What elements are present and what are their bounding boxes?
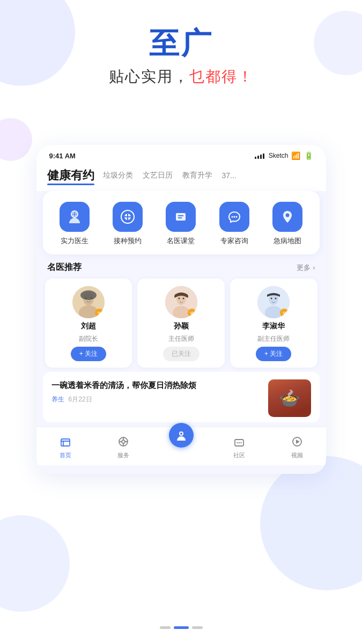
article-meta: 养生 6月22日 — [51, 395, 262, 404]
video-icon — [290, 434, 305, 449]
doctor-icon — [60, 202, 90, 232]
map-label: 急病地图 — [274, 236, 301, 246]
hero-section: 至广 贴心实用，乜都得！ — [0, 0, 362, 87]
consult-label: 专家咨询 — [220, 236, 248, 246]
tab-center[interactable] — [160, 433, 203, 461]
nav-bar: 健康有约 垃圾分类 文艺日历 教育升学 37... — [36, 163, 326, 191]
doctor-label: 实力医生 — [61, 236, 88, 246]
subtitle-highlight: 乜都得！ — [189, 68, 254, 85]
doctor-card-0: V 刘超 副院长 + 关注 — [45, 279, 132, 368]
bg-circle-bottom-right — [260, 456, 362, 590]
icon-grid-card: 实力医生 接种预约 名医课堂 — [43, 191, 320, 254]
more-button[interactable]: 更多 › — [297, 263, 315, 273]
svg-rect-21 — [80, 290, 97, 300]
svg-point-25 — [178, 298, 180, 299]
icon-item-doctor[interactable]: 实力医生 — [53, 202, 96, 246]
doctor-card-2: V 李淑华 副主任医师 + 关注 — [230, 279, 317, 368]
svg-point-15 — [285, 214, 289, 217]
tab-bar: 首页 服务 — [36, 427, 326, 465]
nav-tag-1[interactable]: 垃圾分类 — [103, 171, 133, 180]
icon-item-consult[interactable]: 专家咨询 — [213, 202, 256, 246]
svg-point-26 — [182, 298, 184, 299]
follow-button-2[interactable]: + 关注 — [256, 347, 291, 361]
status-time: 9:41 AM — [49, 152, 76, 160]
vip-badge-0: V — [95, 309, 104, 317]
article-text: 一碗透着米香的清汤，帮你夏日消热除烦 养生 6月22日 — [51, 379, 262, 404]
carrier-label: Sketch — [269, 152, 289, 159]
vaccine-icon — [113, 202, 143, 232]
doctor-cards-row: V 刘超 副院长 + 关注 — [36, 279, 326, 368]
bg-circle-bottom-left — [0, 515, 70, 612]
tab-video[interactable]: 视频 — [276, 434, 319, 459]
svg-rect-4 — [73, 214, 77, 215]
chevron-right-icon: › — [313, 264, 315, 272]
svg-point-45 — [238, 442, 239, 443]
svg-point-44 — [237, 442, 238, 443]
home-icon — [58, 434, 73, 449]
icon-item-vaccine[interactable]: 接种预约 — [106, 202, 149, 246]
svg-point-14 — [235, 216, 237, 218]
consult-icon — [219, 202, 249, 232]
doctor-name-1: 孙颖 — [174, 321, 189, 331]
svg-point-12 — [231, 216, 233, 218]
course-label: 名医课堂 — [167, 236, 195, 246]
status-icons: Sketch 📶 🔋 — [255, 151, 313, 160]
tab-service[interactable]: 服务 — [102, 434, 145, 459]
article-image — [268, 379, 311, 417]
page-dot-0[interactable] — [160, 626, 171, 629]
svg-point-30 — [271, 298, 272, 299]
recommend-title: 名医推荐 — [47, 262, 82, 273]
recommend-header: 名医推荐 更多 › — [36, 254, 326, 279]
status-bar: 9:41 AM Sketch 📶 🔋 — [36, 145, 326, 163]
doctor-avatar-2: V — [257, 286, 290, 318]
svg-point-13 — [233, 216, 235, 218]
svg-point-42 — [180, 433, 182, 435]
tab-community-label: 社区 — [233, 451, 245, 459]
page-dot-2[interactable] — [192, 626, 203, 629]
doctor-card-1: V 孙颖 主任医师 已关注 — [137, 279, 225, 368]
page-dot-1[interactable] — [174, 626, 189, 629]
tab-home[interactable]: 首页 — [44, 434, 87, 459]
battery-icon: 🔋 — [304, 151, 313, 160]
article-row[interactable]: 一碗透着米香的清汤，帮你夏日消热除烦 养生 6月22日 — [43, 372, 320, 422]
page-dots — [160, 626, 203, 629]
doctor-name-2: 李淑华 — [262, 321, 285, 331]
course-icon — [166, 202, 196, 232]
doctor-title-1: 主任医师 — [168, 334, 194, 343]
doctor-avatar-1: V — [165, 286, 197, 318]
signal-icon — [255, 152, 264, 159]
tab-center-label — [178, 453, 184, 461]
doctor-title-2: 副主任医师 — [257, 334, 290, 343]
vaccine-label: 接种预约 — [114, 236, 142, 246]
svg-rect-9 — [176, 213, 186, 221]
svg-rect-32 — [61, 439, 70, 446]
follow-button-1[interactable]: 已关注 — [163, 347, 200, 361]
tab-community[interactable]: 社区 — [218, 434, 261, 459]
svg-point-31 — [275, 298, 277, 299]
follow-button-0[interactable]: + 关注 — [71, 347, 106, 361]
nav-tag-4[interactable]: 37... — [222, 171, 237, 180]
tab-video-label: 视频 — [291, 451, 303, 459]
service-icon — [116, 434, 131, 449]
nav-tags: 垃圾分类 文艺日历 教育升学 37... — [103, 171, 315, 180]
wifi-icon: 📶 — [291, 151, 300, 160]
tab-service-label: 服务 — [117, 451, 129, 459]
nav-tag-3[interactable]: 教育升学 — [182, 171, 212, 180]
svg-marker-48 — [296, 440, 300, 444]
center-icon — [169, 423, 194, 448]
app-subtitle: 贴心实用，乜都得！ — [0, 67, 362, 87]
article-category: 养生 — [51, 395, 64, 404]
nav-tag-2[interactable]: 文艺日历 — [143, 171, 173, 180]
community-icon — [232, 434, 247, 449]
nav-title: 健康有约 — [47, 167, 94, 184]
app-title: 至广 — [0, 27, 362, 60]
subtitle-prefix: 贴心实用， — [109, 68, 189, 85]
map-icon — [272, 202, 302, 232]
tab-home-label: 首页 — [60, 451, 71, 459]
doctor-avatar-0: V — [72, 286, 105, 318]
bg-circle-left-mid — [0, 118, 32, 161]
icon-item-course[interactable]: 名医课堂 — [159, 202, 202, 246]
svg-point-36 — [122, 440, 125, 443]
vip-badge-1: V — [188, 309, 196, 317]
icon-item-map[interactable]: 急病地图 — [266, 202, 309, 246]
